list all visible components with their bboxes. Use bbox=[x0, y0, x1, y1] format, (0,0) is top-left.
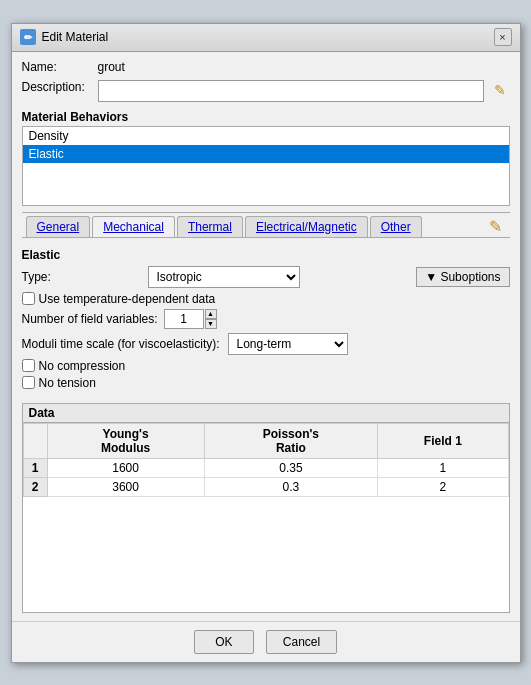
tab-thermal[interactable]: Thermal bbox=[177, 216, 243, 237]
tab-edit-icon[interactable]: ✎ bbox=[485, 217, 506, 236]
table-row: 2 3600 0.3 2 bbox=[23, 477, 508, 496]
col-header-field1: Field 1 bbox=[378, 423, 508, 458]
row-2-youngs[interactable]: 3600 bbox=[47, 477, 204, 496]
no-compression-label: No compression bbox=[39, 359, 126, 373]
dialog-footer: OK Cancel bbox=[12, 621, 520, 662]
material-behaviors-label: Material Behaviors bbox=[22, 110, 510, 124]
description-row: Description: ✎ bbox=[22, 80, 510, 102]
data-section: Data Young'sModulus Poisson'sRatio Field… bbox=[22, 403, 510, 613]
temp-dependent-checkbox[interactable] bbox=[22, 292, 35, 305]
dialog-body: Name: grout Description: ✎ Material Beha… bbox=[12, 52, 520, 621]
title-bar-left: ✏ Edit Material bbox=[20, 29, 109, 45]
type-row: Type: Isotropic Orthotropic Anisotropic … bbox=[22, 266, 510, 288]
num-field-vars-spinner: 1 ▲ ▼ bbox=[164, 309, 217, 329]
description-input[interactable] bbox=[98, 80, 484, 102]
tab-other[interactable]: Other bbox=[370, 216, 422, 237]
row-1-field1[interactable]: 1 bbox=[378, 458, 508, 477]
close-button[interactable]: × bbox=[494, 28, 512, 46]
row-1-poisson[interactable]: 0.35 bbox=[204, 458, 377, 477]
type-label: Type: bbox=[22, 270, 142, 284]
data-table: Young'sModulus Poisson'sRatio Field 1 1 … bbox=[23, 423, 509, 497]
elastic-section-title: Elastic bbox=[22, 248, 510, 262]
edit-material-dialog: ✏ Edit Material × Name: grout Descriptio… bbox=[11, 23, 521, 663]
num-field-vars-input[interactable]: 1 bbox=[164, 309, 204, 329]
title-bar: ✏ Edit Material × bbox=[12, 24, 520, 52]
cancel-button[interactable]: Cancel bbox=[266, 630, 337, 654]
col-header-empty bbox=[23, 423, 47, 458]
description-label: Description: bbox=[22, 80, 92, 94]
num-field-vars-row: Number of field variables: 1 ▲ ▼ bbox=[22, 309, 510, 329]
ok-button[interactable]: OK bbox=[194, 630, 254, 654]
table-row: 1 1600 0.35 1 bbox=[23, 458, 508, 477]
type-select[interactable]: Isotropic Orthotropic Anisotropic Engine… bbox=[148, 266, 300, 288]
spinner-buttons: ▲ ▼ bbox=[205, 309, 217, 329]
no-compression-row: No compression bbox=[22, 359, 510, 373]
suboptions-button[interactable]: ▼ Suboptions bbox=[416, 267, 509, 287]
moduli-row: Moduli time scale (for viscoelasticity):… bbox=[22, 333, 510, 355]
description-edit-icon[interactable]: ✎ bbox=[490, 80, 510, 100]
no-compression-checkbox[interactable] bbox=[22, 359, 35, 372]
row-1-youngs[interactable]: 1600 bbox=[47, 458, 204, 477]
row-2-poisson[interactable]: 0.3 bbox=[204, 477, 377, 496]
col-header-youngs: Young'sModulus bbox=[47, 423, 204, 458]
tab-general[interactable]: General bbox=[26, 216, 91, 237]
spinner-up[interactable]: ▲ bbox=[205, 309, 217, 319]
spinner-down[interactable]: ▼ bbox=[205, 319, 217, 329]
tab-mechanical[interactable]: Mechanical bbox=[92, 216, 175, 237]
data-section-title: Data bbox=[23, 404, 509, 423]
temp-dependent-row: Use temperature-dependent data bbox=[22, 292, 510, 306]
col-header-poisson: Poisson'sRatio bbox=[204, 423, 377, 458]
behavior-item-elastic[interactable]: Elastic bbox=[23, 145, 509, 163]
tab-bar: General Mechanical Thermal Electrical/Ma… bbox=[22, 212, 510, 238]
name-value: grout bbox=[98, 60, 125, 74]
row-1-num: 1 bbox=[23, 458, 47, 477]
no-tension-checkbox[interactable] bbox=[22, 376, 35, 389]
moduli-select[interactable]: Long-term Instantaneous bbox=[228, 333, 348, 355]
name-row: Name: grout bbox=[22, 60, 510, 74]
elastic-section: Elastic Type: Isotropic Orthotropic Anis… bbox=[22, 244, 510, 393]
material-behaviors-section: Material Behaviors Density Elastic bbox=[22, 108, 510, 206]
no-tension-label: No tension bbox=[39, 376, 96, 390]
num-field-vars-label: Number of field variables: bbox=[22, 312, 158, 326]
name-label: Name: bbox=[22, 60, 92, 74]
moduli-label: Moduli time scale (for viscoelasticity): bbox=[22, 337, 222, 351]
tab-electrical-magnetic[interactable]: Electrical/Magnetic bbox=[245, 216, 368, 237]
row-2-field1[interactable]: 2 bbox=[378, 477, 508, 496]
behaviors-list: Density Elastic bbox=[22, 126, 510, 206]
behavior-item-density[interactable]: Density bbox=[23, 127, 509, 145]
temp-dependent-label: Use temperature-dependent data bbox=[39, 292, 216, 306]
dialog-title: Edit Material bbox=[42, 30, 109, 44]
no-tension-row: No tension bbox=[22, 376, 510, 390]
dialog-icon: ✏ bbox=[20, 29, 36, 45]
row-2-num: 2 bbox=[23, 477, 47, 496]
